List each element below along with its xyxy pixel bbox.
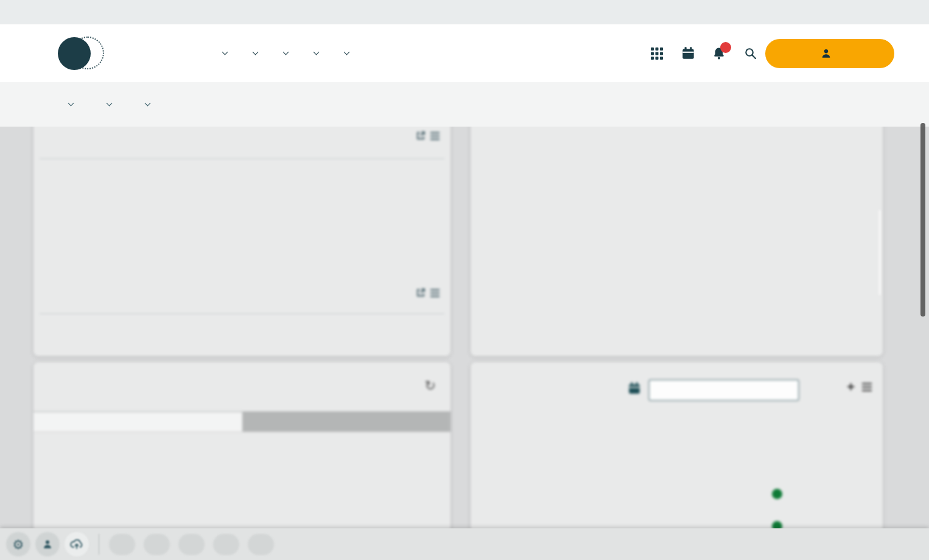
table-row[interactable] bbox=[47, 495, 437, 511]
person-icon bbox=[820, 47, 832, 60]
tab-rapid-pay[interactable] bbox=[178, 534, 205, 555]
nav-lettings[interactable] bbox=[217, 52, 227, 54]
date-range-input[interactable] bbox=[648, 379, 799, 401]
balance-area-chart bbox=[58, 204, 283, 278]
invoice-stats bbox=[483, 279, 871, 282]
product-switcher-bar bbox=[0, 0, 929, 24]
header-icon-group bbox=[650, 24, 757, 82]
notification-count-badge bbox=[720, 42, 731, 53]
main-header bbox=[0, 24, 929, 82]
divider bbox=[40, 158, 444, 159]
nav-accounts[interactable] bbox=[278, 52, 288, 55]
account-stats bbox=[46, 319, 438, 323]
invoice-stats bbox=[483, 141, 871, 143]
tab-ledger-transfer[interactable] bbox=[248, 534, 274, 555]
invoice-progress-bar bbox=[483, 336, 871, 344]
account-stats bbox=[46, 164, 438, 168]
subnav-landlord[interactable] bbox=[101, 102, 111, 107]
notifications-bell-icon[interactable] bbox=[712, 46, 726, 61]
chevron-down-icon bbox=[253, 49, 259, 55]
subnav-general[interactable] bbox=[63, 102, 73, 107]
tab-assets[interactable] bbox=[33, 412, 242, 432]
accounts-subnav bbox=[0, 82, 929, 127]
cloud-upload-icon bbox=[69, 537, 84, 551]
gear-icon: ⚙ bbox=[13, 538, 24, 551]
chevron-down-icon bbox=[344, 49, 350, 55]
person-icon bbox=[41, 538, 54, 550]
chevron-down-icon bbox=[283, 49, 289, 55]
client-accounts-card bbox=[33, 127, 450, 356]
open-external-icon[interactable] bbox=[416, 288, 426, 298]
upload-button[interactable] bbox=[65, 532, 89, 556]
apps-grid-icon[interactable] bbox=[650, 46, 664, 61]
tab-jobs-outstanding[interactable] bbox=[109, 534, 135, 555]
chevron-down-icon bbox=[314, 49, 320, 55]
nav-sales[interactable] bbox=[247, 52, 258, 54]
divider bbox=[99, 534, 99, 555]
chevron-down-icon bbox=[107, 100, 113, 107]
invoice-progress-bar bbox=[483, 268, 871, 276]
tab-perform-payments[interactable] bbox=[144, 534, 170, 555]
menu-icon[interactable] bbox=[430, 289, 440, 297]
chevron-down-icon bbox=[145, 100, 151, 107]
card-scrollbar-thumb[interactable] bbox=[878, 209, 882, 296]
invoices-summary-card bbox=[471, 127, 883, 356]
table-row[interactable] bbox=[47, 511, 437, 527]
search-icon[interactable] bbox=[743, 46, 757, 61]
invoice-progress-bar bbox=[483, 130, 871, 138]
subnav-tenant[interactable] bbox=[139, 103, 150, 106]
add-expense-icon[interactable]: + bbox=[847, 379, 855, 395]
dashboard-content: ↻ bbox=[0, 127, 929, 560]
legend-item bbox=[772, 487, 790, 499]
widget-actions bbox=[416, 288, 440, 298]
table-row[interactable] bbox=[47, 447, 437, 463]
iamproperty-logo[interactable] bbox=[58, 37, 94, 71]
table-row[interactable] bbox=[47, 479, 437, 495]
nav-reporting[interactable] bbox=[308, 52, 318, 54]
balance-sheet-tabs bbox=[33, 411, 450, 432]
user-button[interactable] bbox=[35, 532, 60, 556]
settings-button[interactable]: ⚙ bbox=[6, 532, 30, 556]
refresh-icon[interactable]: ↻ bbox=[425, 378, 436, 394]
calendar-icon[interactable] bbox=[681, 46, 695, 61]
nav-communications[interactable] bbox=[338, 52, 349, 54]
table-row[interactable] bbox=[47, 463, 437, 479]
my-account-button[interactable] bbox=[765, 39, 894, 68]
menu-icon[interactable] bbox=[862, 383, 872, 394]
main-nav bbox=[197, 24, 349, 82]
logo-iam-circle bbox=[58, 37, 91, 70]
iamproperty-crm-page: ↻ bbox=[0, 0, 929, 560]
open-external-icon[interactable] bbox=[416, 131, 426, 141]
invoice-stats bbox=[483, 209, 871, 212]
calendar-icon[interactable] bbox=[628, 382, 641, 397]
chevron-down-icon bbox=[68, 100, 74, 107]
chevron-down-icon bbox=[222, 49, 228, 55]
legend-dot bbox=[772, 489, 782, 499]
widget-actions bbox=[416, 131, 440, 141]
menu-icon[interactable] bbox=[430, 132, 440, 140]
bottom-tab-bar: ⚙ bbox=[0, 528, 929, 560]
tab-ledger[interactable] bbox=[213, 534, 239, 555]
tab-liabilities[interactable] bbox=[242, 412, 451, 432]
invoice-progress-bar bbox=[483, 198, 871, 206]
page-scrollbar-thumb[interactable] bbox=[920, 123, 925, 317]
balance-sheet-rows bbox=[47, 447, 437, 527]
divider bbox=[40, 313, 444, 314]
